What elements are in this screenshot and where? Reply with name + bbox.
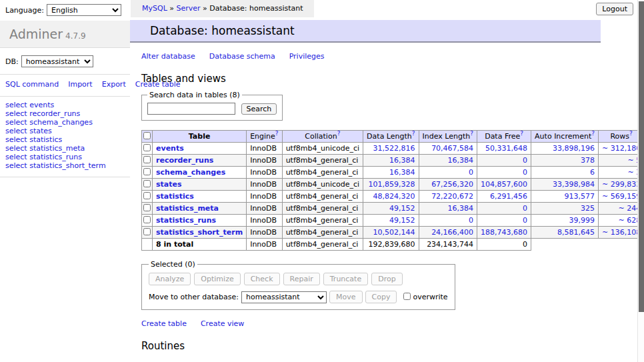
auto_increment-value-link[interactable]: 325: [581, 204, 595, 213]
overwrite-checkbox[interactable]: [403, 293, 411, 300]
selected-legend: Selected (0): [149, 260, 197, 269]
column-help-icon[interactable]: ?: [629, 131, 633, 137]
data_length-value-link[interactable]: 49,152: [389, 216, 415, 225]
overwrite-label[interactable]: overwrite: [413, 293, 447, 301]
row-checkbox[interactable]: [143, 168, 151, 175]
index_length-value-link[interactable]: 0: [469, 216, 473, 225]
data_free-value-link[interactable]: 50,331,648: [485, 144, 527, 153]
table-link-statistics-meta[interactable]: statistics_meta: [156, 204, 219, 213]
sidebar-select-statistics-link[interactable]: select statistics: [5, 135, 62, 144]
auto_increment-value-link[interactable]: 33,898,196: [553, 144, 595, 153]
auto_increment-value-link[interactable]: 6: [590, 168, 595, 177]
data_length-value-link[interactable]: 48,824,320: [373, 192, 415, 201]
sidebar-select-events-link[interactable]: select events: [5, 101, 54, 109]
db-select[interactable]: homeassistant: [21, 55, 93, 67]
index_length-value-link[interactable]: 16,384: [448, 204, 474, 213]
index_length-value-link[interactable]: 16,384: [448, 156, 474, 165]
index_length-value-link[interactable]: 70,467,584: [431, 144, 473, 153]
data_length-value-link[interactable]: 101,859,328: [369, 180, 415, 189]
rows-value-link[interactable]: ~ 569,159: [602, 192, 641, 201]
auto_increment-value-link[interactable]: 913,577: [565, 192, 595, 201]
row-checkbox[interactable]: [143, 192, 151, 199]
auto_increment-value-link[interactable]: 39,999: [569, 216, 595, 225]
create-view-link[interactable]: Create view: [201, 319, 244, 328]
repair-button[interactable]: Repair: [283, 273, 320, 285]
index_length-value-link[interactable]: 72,220,672: [431, 192, 473, 201]
analyze-button[interactable]: Analyze: [149, 273, 191, 285]
check-button[interactable]: Check: [244, 273, 280, 285]
breadcrumb-server[interactable]: Server: [177, 4, 201, 13]
column-help-icon[interactable]: ?: [275, 131, 279, 137]
export-link[interactable]: Export: [102, 80, 126, 89]
create-table-link[interactable]: Create table: [141, 319, 187, 328]
rows-value-link[interactable]: ~ 136,108: [602, 228, 641, 237]
column-help-icon[interactable]: ?: [591, 131, 595, 137]
optimize-button[interactable]: Optimize: [194, 273, 240, 285]
search-input[interactable]: [147, 103, 235, 115]
column-help-icon[interactable]: ?: [470, 131, 473, 137]
sidebar: Language:English Adminer4.7.9 DB:homeass…: [0, 0, 130, 177]
move-button[interactable]: Move: [329, 291, 363, 303]
sidebar-select-statistics-meta-link[interactable]: select statistics_meta: [5, 144, 85, 153]
truncate-button[interactable]: Truncate: [323, 273, 368, 285]
auto_increment-value-link[interactable]: 378: [581, 156, 595, 165]
language-select[interactable]: English: [47, 4, 121, 16]
drop-button[interactable]: Drop: [371, 273, 402, 285]
data_free-value-link[interactable]: 104,857,600: [481, 180, 527, 189]
scrollbar-thumb[interactable]: [639, 1, 644, 312]
table-link-states[interactable]: states: [156, 180, 182, 189]
row-checkbox[interactable]: [143, 228, 151, 235]
index_length-value-link[interactable]: 67,256,320: [431, 180, 473, 189]
column-header-data_free: Data Free?: [477, 131, 531, 143]
table-link-statistics[interactable]: statistics: [156, 192, 194, 201]
alter-database-link[interactable]: Alter database: [141, 52, 195, 61]
table-link-statistics-short-term[interactable]: statistics_short_term: [156, 228, 243, 237]
column-help-icon[interactable]: ?: [520, 131, 523, 137]
auto_increment-value-link[interactable]: 33,398,984: [553, 180, 595, 189]
sidebar-select-schema-changes-link[interactable]: select schema_changes: [5, 118, 93, 127]
row-checkbox[interactable]: [143, 216, 151, 223]
data_free-value-link[interactable]: 188,743,680: [481, 228, 527, 237]
row-checkbox[interactable]: [143, 180, 151, 187]
privileges-link[interactable]: Privileges: [289, 52, 325, 61]
auto_increment-value-link[interactable]: 8,581,645: [557, 228, 595, 237]
column-help-icon[interactable]: ?: [337, 131, 341, 137]
sidebar-select-recorder-runs-link[interactable]: select recorder_runs: [5, 109, 80, 118]
copy-button[interactable]: Copy: [365, 291, 397, 303]
sidebar-select-statistics-short-term-link[interactable]: select statistics_short_term: [5, 161, 106, 170]
data_free-value-link[interactable]: 0: [523, 156, 527, 165]
breadcrumb-mysql[interactable]: MySQL: [142, 4, 167, 13]
sql-command-link[interactable]: SQL command: [5, 80, 59, 89]
row-checkbox[interactable]: [143, 156, 151, 163]
data_length-value-link[interactable]: 49,152: [389, 204, 415, 213]
data_length-value-link[interactable]: 16,384: [389, 168, 415, 177]
cell-data_free: 0: [477, 203, 531, 215]
select-all-checkbox[interactable]: [143, 132, 151, 139]
row-checkbox[interactable]: [143, 204, 151, 211]
column-help-icon[interactable]: ?: [412, 131, 415, 137]
rows-value-link[interactable]: ~ 312,180: [602, 144, 641, 153]
search-button[interactable]: Search: [241, 103, 277, 115]
data_length-value-link[interactable]: 16,384: [389, 156, 415, 165]
index_length-value-link[interactable]: 24,166,400: [431, 228, 473, 237]
table-link-statistics-runs[interactable]: statistics_runs: [156, 216, 216, 225]
scrollbar-track[interactable]: [637, 0, 644, 362]
index_length-value-link[interactable]: 0: [469, 168, 473, 177]
sidebar-select-statistics-runs-link[interactable]: select statistics_runs: [5, 153, 82, 161]
database-schema-link[interactable]: Database schema: [209, 52, 275, 61]
move-db-select[interactable]: homeassistant: [241, 291, 327, 303]
data_free-value-link[interactable]: 6,291,456: [490, 192, 527, 201]
table-link-recorder-runs[interactable]: recorder_runs: [156, 156, 213, 165]
data_free-value-link[interactable]: 0: [523, 204, 527, 213]
row-checkbox[interactable]: [143, 144, 151, 151]
data_length-value-link[interactable]: 10,502,144: [373, 228, 415, 237]
table-link-events[interactable]: events: [156, 144, 184, 153]
sidebar-select-states-link[interactable]: select states: [5, 127, 52, 135]
data_length-value-link[interactable]: 31,522,816: [373, 144, 415, 153]
cell-auto_increment: 378: [531, 155, 599, 167]
rows-value-link[interactable]: ~ 299,833: [602, 180, 641, 189]
data_free-value-link[interactable]: 0: [523, 168, 527, 177]
table-link-schema-changes[interactable]: schema_changes: [156, 168, 225, 177]
data_free-value-link[interactable]: 0: [523, 216, 527, 225]
import-link[interactable]: Import: [68, 80, 93, 89]
